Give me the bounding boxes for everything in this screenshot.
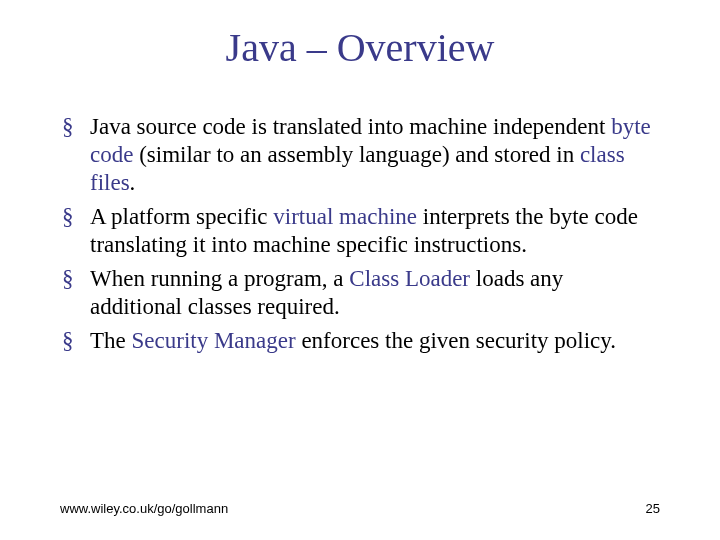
slide-title: Java – Overview bbox=[60, 24, 660, 71]
text: When running a program, a bbox=[90, 266, 349, 291]
term-class-loader: Class Loader bbox=[349, 266, 470, 291]
list-item: The Security Manager enforces the given … bbox=[62, 327, 660, 355]
text: (similar to an assembly language) and st… bbox=[133, 142, 579, 167]
term-security-manager: Security Manager bbox=[132, 328, 296, 353]
text: . bbox=[130, 170, 136, 195]
list-item: Java source code is translated into mach… bbox=[62, 113, 660, 197]
slide: Java – Overview Java source code is tran… bbox=[0, 0, 720, 540]
list-item: A platform specific virtual machine inte… bbox=[62, 203, 660, 259]
list-item: When running a program, a Class Loader l… bbox=[62, 265, 660, 321]
text: A platform specific bbox=[90, 204, 273, 229]
footer: www.wiley.co.uk/go/gollmann 25 bbox=[60, 501, 660, 516]
term-virtual-machine: virtual machine bbox=[273, 204, 417, 229]
text: enforces the given security policy. bbox=[296, 328, 616, 353]
bullet-list: Java source code is translated into mach… bbox=[62, 113, 660, 355]
text: Java source code is translated into mach… bbox=[90, 114, 611, 139]
footer-url: www.wiley.co.uk/go/gollmann bbox=[60, 501, 228, 516]
text: The bbox=[90, 328, 132, 353]
page-number: 25 bbox=[646, 501, 660, 516]
